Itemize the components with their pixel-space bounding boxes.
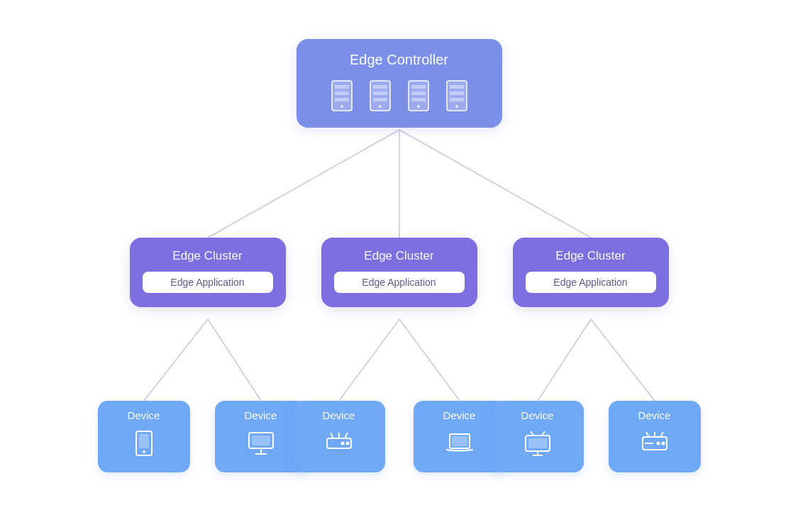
device-rl: Device xyxy=(492,401,584,472)
cluster-right-title: Edge Cluster xyxy=(526,249,656,263)
svg-rect-45 xyxy=(528,438,547,448)
svg-rect-43 xyxy=(452,436,467,446)
device-cl: Device xyxy=(293,401,385,472)
edge-controller-box: Edge Controller xyxy=(297,39,502,128)
svg-rect-16 xyxy=(373,92,387,95)
device-rl-title: Device xyxy=(499,409,577,421)
svg-point-23 xyxy=(417,105,420,108)
monitor-icon xyxy=(246,428,276,458)
svg-rect-20 xyxy=(411,85,426,89)
device-rr: Device xyxy=(609,401,701,472)
cluster-center-app: Edge Application xyxy=(334,272,465,293)
cluster-left-app: Edge Application xyxy=(143,272,273,293)
device-ll-title: Device xyxy=(105,409,183,421)
svg-point-52 xyxy=(656,442,660,445)
svg-line-5 xyxy=(339,319,399,401)
controller-title: Edge Controller xyxy=(314,52,485,68)
cluster-left-title: Edge Cluster xyxy=(143,249,273,263)
architecture-diagram: Edge Controller xyxy=(45,25,754,507)
svg-rect-31 xyxy=(139,434,149,448)
svg-point-18 xyxy=(379,105,382,108)
svg-rect-10 xyxy=(335,85,349,89)
svg-line-4 xyxy=(208,319,261,401)
svg-rect-11 xyxy=(335,92,349,95)
svg-rect-22 xyxy=(411,98,426,101)
svg-rect-12 xyxy=(335,98,349,101)
svg-line-0 xyxy=(208,130,399,238)
cluster-right: Edge Cluster Edge Application xyxy=(513,238,669,307)
cluster-center-title: Edge Cluster xyxy=(334,249,465,263)
svg-line-54 xyxy=(646,432,649,437)
cluster-right-app: Edge Application xyxy=(526,272,656,293)
svg-rect-25 xyxy=(450,85,464,89)
device-cl-title: Device xyxy=(300,409,378,421)
device-cr-title: Device xyxy=(421,409,499,421)
server-icon-1 xyxy=(329,79,355,112)
cluster-left: Edge Cluster Edge Application xyxy=(130,238,286,307)
svg-line-3 xyxy=(144,319,208,401)
svg-point-38 xyxy=(340,442,344,445)
laptop-icon xyxy=(444,428,475,458)
svg-rect-35 xyxy=(252,436,270,445)
server-drive-icon xyxy=(639,428,670,458)
svg-line-39 xyxy=(331,433,333,438)
svg-rect-15 xyxy=(373,85,387,89)
svg-point-13 xyxy=(340,105,343,108)
svg-rect-27 xyxy=(450,98,464,101)
svg-line-8 xyxy=(591,319,655,401)
controller-icons-row xyxy=(314,79,485,112)
device-ll: Device xyxy=(98,401,190,472)
svg-line-41 xyxy=(345,433,348,438)
svg-rect-21 xyxy=(411,92,426,95)
tablet-icon xyxy=(129,428,159,458)
server-icon-3 xyxy=(406,79,431,112)
tv-icon xyxy=(522,428,553,458)
svg-line-56 xyxy=(660,432,663,437)
device-rr-title: Device xyxy=(616,409,694,421)
drive-icon xyxy=(323,428,355,458)
svg-line-2 xyxy=(399,130,591,238)
svg-point-37 xyxy=(345,442,349,445)
svg-rect-26 xyxy=(450,92,464,95)
svg-point-28 xyxy=(455,105,458,108)
server-icon-2 xyxy=(367,79,393,112)
cluster-center: Edge Cluster Edge Application xyxy=(321,238,477,307)
svg-line-7 xyxy=(538,319,591,401)
svg-point-30 xyxy=(143,450,145,453)
svg-line-6 xyxy=(399,319,460,401)
svg-point-51 xyxy=(661,442,665,445)
server-icon-4 xyxy=(444,79,470,112)
device-lr-title: Device xyxy=(222,409,300,421)
svg-rect-17 xyxy=(373,98,387,101)
